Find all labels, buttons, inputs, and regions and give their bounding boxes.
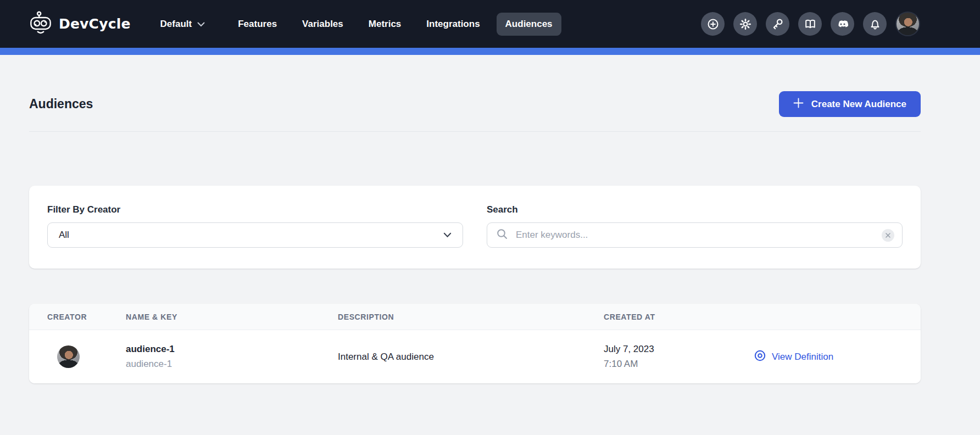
notifications-button[interactable] (863, 12, 887, 36)
brand[interactable]: DevCycle (29, 10, 131, 38)
page-header: Audiences Create New Audience (29, 55, 921, 117)
search-box (487, 222, 903, 248)
nav-item-features[interactable]: Features (229, 13, 286, 36)
nav-item-audiences[interactable]: Audiences (497, 13, 561, 36)
create-new-audience-label: Create New Audience (811, 99, 906, 110)
primary-nav: Features Variables Metrics Integrations … (229, 13, 561, 36)
view-definition-label: View Definition (772, 352, 833, 362)
created-date: July 7, 2023 (604, 342, 754, 356)
page-title: Audiences (29, 97, 93, 111)
discord-icon (836, 17, 850, 31)
clear-search-button[interactable] (882, 229, 894, 242)
discord-button[interactable] (831, 12, 854, 36)
filter-card: Filter By Creator All Search (29, 186, 921, 269)
project-selector-label: Default (160, 19, 192, 30)
audience-key: audience-1 (126, 357, 338, 371)
actions-cell: View Definition (754, 349, 921, 365)
creator-cell (47, 345, 126, 368)
creator-filter-value: All (59, 230, 69, 241)
created-time: 7:10 AM (604, 357, 754, 371)
title-divider (29, 131, 921, 132)
main-content: Audiences Create New Audience Filter By … (0, 55, 980, 383)
view-definition-link[interactable]: View Definition (754, 349, 833, 365)
creator-avatar (57, 345, 80, 368)
navbar-actions (701, 12, 920, 36)
add-circle-icon (706, 18, 720, 31)
search-icon (496, 228, 508, 242)
creator-filter-group: Filter By Creator All (47, 204, 463, 248)
add-button[interactable] (701, 12, 725, 36)
search-group: Search (487, 204, 903, 248)
project-selector[interactable]: Default (157, 18, 209, 30)
name-key-cell: audience-1 audience-1 (126, 342, 338, 371)
plus-icon (793, 98, 804, 111)
docs-button[interactable] (798, 12, 822, 36)
top-navbar: DevCycle Default Features Variables Metr… (0, 0, 980, 48)
chevron-down-icon (443, 230, 452, 240)
nav-item-integrations[interactable]: Integrations (417, 13, 488, 36)
column-header-created-at: CREATED AT (604, 313, 754, 321)
api-key-icon (771, 18, 784, 31)
settings-button[interactable] (733, 12, 757, 36)
column-header-creator: CREATOR (47, 313, 126, 321)
user-avatar[interactable] (895, 12, 920, 36)
audience-name: audience-1 (126, 342, 338, 356)
table-header-row: CREATOR NAME & KEY DESCRIPTION CREATED A… (29, 304, 921, 330)
close-icon (886, 231, 890, 239)
nav-item-metrics[interactable]: Metrics (360, 13, 410, 36)
docs-book-icon (804, 18, 817, 31)
description-cell: Internal & QA audience (338, 352, 604, 362)
creator-filter-label: Filter By Creator (47, 204, 463, 215)
created-at-cell: July 7, 2023 7:10 AM (604, 342, 754, 371)
search-input[interactable] (515, 229, 882, 241)
api-keys-button[interactable] (766, 12, 789, 36)
brand-name: DevCycle (59, 16, 131, 32)
devcycle-togglebot-icon (29, 10, 52, 38)
eye-icon (754, 349, 766, 365)
create-new-audience-button[interactable]: Create New Audience (779, 91, 921, 117)
audiences-table: CREATOR NAME & KEY DESCRIPTION CREATED A… (29, 304, 921, 383)
column-header-name-key: NAME & KEY (126, 313, 338, 321)
creator-filter-select[interactable]: All (47, 222, 463, 248)
chevron-down-icon (197, 19, 205, 30)
search-label: Search (487, 204, 903, 215)
notifications-bell-icon (868, 18, 882, 31)
nav-item-variables[interactable]: Variables (293, 13, 352, 36)
settings-gear-icon (739, 18, 752, 31)
column-header-description: DESCRIPTION (338, 313, 604, 321)
accent-bar (0, 48, 980, 55)
table-row[interactable]: audience-1 audience-1 Internal & QA audi… (29, 330, 921, 383)
